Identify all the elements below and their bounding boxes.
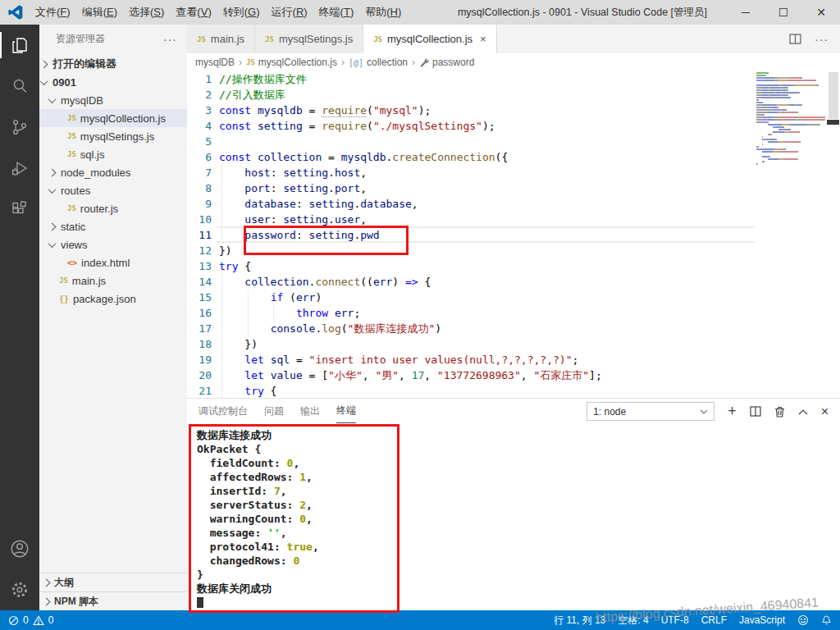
menu-转到G[interactable]: 转到(G)	[217, 0, 266, 25]
tree-item-routes[interactable]: routes	[39, 181, 187, 199]
menu-选择S[interactable]: 选择(S)	[123, 0, 170, 25]
split-editor-icon[interactable]	[789, 34, 801, 44]
sidebar-more-icon[interactable]: ···	[163, 33, 177, 46]
explorer-icon[interactable]	[0, 25, 39, 66]
code-line-3[interactable]: 3const mysqldb = require("mysql");	[187, 103, 840, 118]
menu-终端T[interactable]: 终端(T)	[313, 0, 360, 25]
status-eol[interactable]: CRLF	[701, 614, 727, 626]
close-panel-icon[interactable]: ×	[821, 404, 829, 419]
tree-item-mysqlDB[interactable]: mysqlDB	[39, 91, 187, 109]
new-terminal-icon[interactable]: +	[728, 403, 737, 420]
terminal-cursor	[197, 597, 203, 608]
menu-文件F[interactable]: 文件(F)	[30, 0, 76, 25]
terminal-output[interactable]: 数据库连接成功OkPacket { fieldCount: 0, affecte…	[197, 428, 319, 609]
more-actions-icon[interactable]: ···	[815, 33, 829, 46]
sidebar-section-NPM 脚本[interactable]: NPM 脚本	[39, 591, 187, 610]
sidebar-section-大纲[interactable]: 大纲	[39, 573, 187, 591]
tab-mysqlSetings.js[interactable]: JSmysqlSetings.js	[255, 25, 363, 53]
code-line-20[interactable]: 20 let value = ["小华", "男", 17, "13772698…	[187, 368, 840, 383]
code-line-21[interactable]: 21 try {	[187, 383, 840, 398]
code-line-12[interactable]: 12})	[187, 243, 840, 258]
tree-item-index.html[interactable]: <>index.html	[39, 253, 187, 272]
code-line-5[interactable]: 5	[187, 134, 840, 149]
menu-运行R[interactable]: 运行(R)	[266, 0, 313, 25]
editor-scrollbar[interactable]	[829, 72, 838, 119]
code-line-10[interactable]: 10 user: setting.user,	[187, 212, 840, 227]
extensions-icon[interactable]	[0, 189, 39, 230]
code-line-14[interactable]: 14 collection.connect((err) => {	[187, 274, 840, 290]
tree-item-label: node_modules	[61, 167, 130, 179]
tree-item-node_modules[interactable]: node_modules	[39, 163, 187, 181]
panel-tab-调试控制台[interactable]: 调试控制台	[199, 399, 248, 423]
line-number: 7	[187, 165, 219, 180]
problems-status[interactable]: 0 0	[8, 614, 53, 626]
panel-tab-问题[interactable]: 问题	[264, 399, 284, 423]
status-indentation[interactable]: 空格: 4	[618, 614, 648, 628]
tree-item-0901[interactable]: 0901	[39, 73, 187, 91]
account-icon[interactable]	[0, 528, 39, 569]
tree-item-static[interactable]: static	[39, 217, 187, 235]
breadcrumb-password[interactable]: password	[419, 57, 474, 68]
tree-item-views[interactable]: views	[39, 235, 187, 253]
status-language-mode[interactable]: JavaScript	[739, 614, 785, 626]
code-text: if (err)	[219, 290, 322, 305]
search-icon[interactable]	[0, 66, 39, 107]
notifications-bell-icon[interactable]	[821, 614, 832, 626]
maximize-button[interactable]: ☐	[765, 0, 802, 25]
settings-gear-icon[interactable]	[0, 569, 39, 610]
code-line-4[interactable]: 4const setting = require("./mysqlSetting…	[187, 118, 840, 134]
sidebar-bottom-sections: 大纲NPM 脚本	[39, 573, 187, 610]
code-editor[interactable]: 1//操作数据库文件2//引入数据库3const mysqldb = requi…	[187, 71, 840, 398]
breadcrumb-label: mysqlCollection.js	[258, 57, 337, 68]
run-and-debug-icon[interactable]	[0, 148, 39, 189]
code-line-19[interactable]: 19 let sql = "insert into user values(nu…	[187, 352, 840, 368]
minimap[interactable]	[756, 72, 825, 166]
menu-帮助H[interactable]: 帮助(H)	[359, 0, 407, 25]
minimap-line	[756, 141, 825, 143]
split-terminal-icon[interactable]	[750, 406, 761, 417]
code-line-6[interactable]: 6const collection = mysqldb.createConnec…	[187, 149, 840, 165]
status-bar: 0 0 行 11, 列 13空格: 4UTF-8CRLFJavaScript	[0, 610, 840, 630]
code-line-16[interactable]: 16 throw err;	[187, 305, 840, 321]
breadcrumb-label: collection	[367, 57, 408, 68]
menu-查看V[interactable]: 查看(V)	[170, 0, 217, 25]
tab-main.js[interactable]: JSmain.js	[187, 25, 255, 53]
panel-tab-终端[interactable]: 终端	[336, 399, 356, 423]
code-line-1[interactable]: 1//操作数据库文件	[187, 71, 840, 87]
tree-item-router.js[interactable]: JSrouter.js	[39, 199, 187, 217]
tree-item-mysqlCollection.js[interactable]: JSmysqlCollection.js	[39, 109, 187, 127]
code-line-15[interactable]: 15 if (err)	[187, 290, 840, 305]
tree-item-打开的编辑器[interactable]: 打开的编辑器	[39, 55, 187, 73]
maximize-panel-icon[interactable]	[798, 409, 808, 415]
source-control-icon[interactable]	[0, 107, 39, 148]
breadcrumb-mysqlDB[interactable]: mysqlDB	[195, 57, 235, 68]
line-number: 17	[187, 321, 219, 336]
line-number: 18	[187, 336, 219, 352]
code-line-7[interactable]: 7 host: setting.host,	[187, 165, 840, 180]
tree-item-label: main.js	[72, 275, 106, 287]
tree-item-mysqlSetings.js[interactable]: JSmysqlSetings.js	[39, 127, 187, 145]
terminal-select[interactable]: 1: node	[587, 402, 714, 421]
code-line-2[interactable]: 2//引入数据库	[187, 87, 840, 103]
status-cursor-position[interactable]: 行 11, 列 13	[554, 614, 605, 628]
code-line-9[interactable]: 9 database: setting.database,	[187, 196, 840, 212]
code-line-18[interactable]: 18 })	[187, 336, 840, 352]
kill-terminal-trash-icon[interactable]	[774, 406, 785, 418]
close-tab-icon[interactable]: ×	[480, 33, 486, 45]
panel-tab-输出[interactable]: 输出	[300, 399, 320, 423]
breadcrumb-collection[interactable]: [@]collection	[349, 57, 408, 68]
minimize-button[interactable]: ─	[727, 0, 765, 25]
code-line-8[interactable]: 8 port: setting.port,	[187, 180, 840, 196]
line-number: 6	[187, 149, 219, 165]
code-line-13[interactable]: 13try {	[187, 258, 840, 274]
tab-mysqlCollection.js[interactable]: JSmysqlCollection.js×	[363, 25, 496, 53]
code-line-17[interactable]: 17 console.log("数据库连接成功")	[187, 321, 840, 336]
tree-item-sql.js[interactable]: JSsql.js	[39, 145, 187, 163]
menu-编辑E[interactable]: 编辑(E)	[76, 0, 123, 25]
feedback-smiley-icon[interactable]	[797, 614, 809, 626]
tree-item-main.js[interactable]: JSmain.js	[39, 272, 187, 290]
status-encoding[interactable]: UTF-8	[661, 614, 689, 626]
breadcrumb-mysqlCollection.js[interactable]: JSmysqlCollection.js	[246, 57, 337, 68]
tree-item-package.json[interactable]: {}package.json	[39, 290, 187, 308]
close-button[interactable]: ✕	[802, 0, 840, 25]
